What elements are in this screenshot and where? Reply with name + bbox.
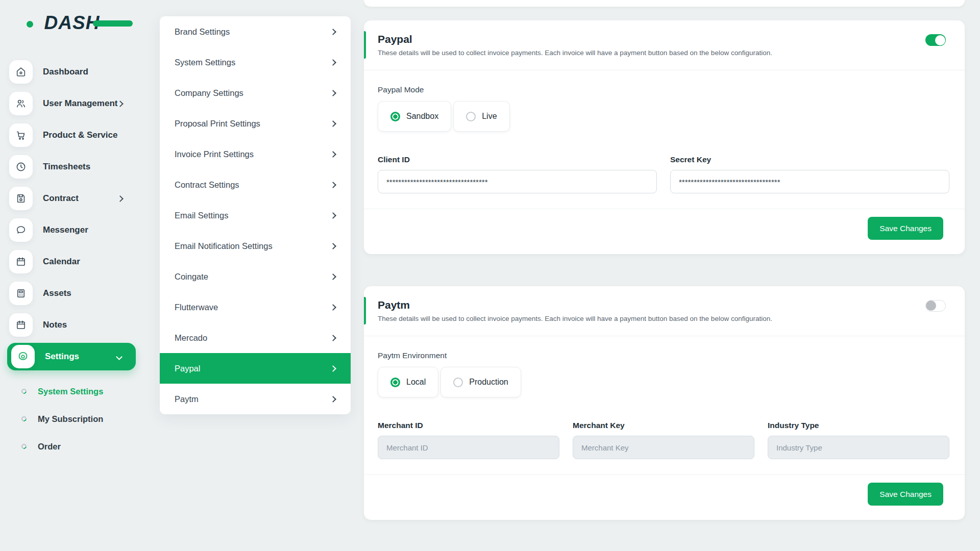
sidebar-item-timesheets[interactable]: Timesheets — [0, 151, 144, 183]
chevron-right-icon — [330, 90, 336, 96]
app-logo: DASH — [29, 12, 115, 34]
client-id-input[interactable] — [378, 170, 657, 193]
paypal-save-button[interactable]: Save Changes — [868, 217, 943, 240]
sidebar-item-assets[interactable]: Assets — [0, 278, 144, 309]
settings-menu-item-system-settings[interactable]: System Settings — [160, 47, 351, 78]
paytm-environment-label: Paytm Environment — [378, 351, 949, 360]
settings-menu-item-paytm[interactable]: Paytm — [160, 384, 351, 414]
paypal-card-header: Paypal These details will be used to col… — [364, 20, 965, 70]
chevron-right-icon — [330, 212, 336, 219]
sidebar-item-contract[interactable]: Contract — [0, 183, 144, 214]
merchant-id-field-group: Merchant ID — [378, 421, 559, 459]
sidebar-subitem-label: Order — [38, 442, 61, 452]
merchant-id-input[interactable] — [378, 436, 559, 459]
secret-key-label: Secret Key — [670, 155, 949, 164]
paytm-env-option-production[interactable]: Production — [440, 367, 521, 397]
paytm-fields: Merchant ID Merchant Key Industry Type — [378, 421, 949, 459]
industry-type-field-group: Industry Type — [768, 421, 949, 459]
chevron-right-icon — [330, 120, 336, 127]
settings-menu-item-coingate[interactable]: Coingate — [160, 261, 351, 292]
sidebar-item-label: Timesheets — [43, 162, 90, 172]
previous-card-bottom-edge — [364, 0, 965, 7]
settings-menu-item-brand-settings[interactable]: Brand Settings — [160, 16, 351, 47]
sidebar-item-settings[interactable]: Settings — [7, 343, 136, 370]
toggle-knob — [935, 35, 945, 45]
settings-menu-item-label: Paypal — [175, 364, 200, 373]
paypal-card-body: Paypal Mode Sandbox Live Client ID Secre… — [364, 70, 965, 193]
chevron-right-icon — [330, 151, 336, 158]
paytm-enabled-toggle[interactable] — [925, 300, 946, 312]
settings-menu-item-company-settings[interactable]: Company Settings — [160, 78, 351, 108]
settings-menu-item-label: Paytm — [175, 394, 199, 404]
logo-text: DASH — [44, 12, 100, 34]
industry-type-input[interactable] — [768, 436, 949, 459]
sidebar-subitem-label: My Subscription — [38, 414, 103, 424]
settings-menu-item-label: Coingate — [175, 272, 208, 282]
settings-menu-item-invoice-print-settings[interactable]: Invoice Print Settings — [160, 139, 351, 169]
secret-key-input[interactable] — [670, 170, 949, 193]
sidebar-subitem-system-settings[interactable]: System Settings — [0, 378, 144, 405]
radio-checked-icon — [390, 112, 400, 121]
sidebar-item-notes[interactable]: Notes — [0, 309, 144, 341]
chevron-right-icon — [330, 365, 336, 372]
logo-dot — [27, 21, 33, 28]
settings-menu-item-email-notification-settings[interactable]: Email Notification Settings — [160, 231, 351, 261]
paypal-mode-option-sandbox[interactable]: Sandbox — [378, 101, 451, 132]
sidebar-item-user-management[interactable]: User Management — [0, 88, 144, 119]
settings-menu-item-label: Brand Settings — [175, 27, 230, 37]
paytm-card-description: These details will be used to collect in… — [378, 315, 946, 322]
gear-icon — [11, 345, 35, 368]
paytm-environment-options: Local Production — [378, 367, 949, 397]
paypal-mode-option-live[interactable]: Live — [453, 101, 509, 132]
settings-menu-item-label: System Settings — [175, 58, 235, 67]
sidebar-subitem-my-subscription[interactable]: My Subscription — [0, 405, 144, 433]
sidebar-item-messenger[interactable]: Messenger — [0, 214, 144, 246]
bullet-icon — [20, 388, 28, 395]
clock-icon — [9, 155, 33, 179]
settings-menu-item-label: Contract Settings — [175, 180, 239, 190]
sidebar-item-label: Notes — [43, 320, 67, 330]
sidebar-subitem-order[interactable]: Order — [0, 433, 144, 460]
users-icon — [9, 92, 33, 115]
paytm-env-option-local[interactable]: Local — [378, 367, 438, 397]
client-id-label: Client ID — [378, 155, 657, 164]
toggle-knob — [926, 300, 936, 311]
chevron-right-icon — [330, 304, 336, 311]
sidebar-item-label: Contract — [43, 193, 79, 204]
bullet-icon — [20, 443, 28, 450]
sidebar-item-label: Product & Service — [43, 130, 117, 140]
radio-unchecked-icon — [466, 112, 476, 121]
paypal-card-footer: Save Changes — [364, 209, 965, 254]
settings-menu-item-paypal[interactable]: Paypal — [160, 353, 351, 384]
chevron-right-icon — [330, 273, 336, 280]
green-accent-bar — [364, 31, 366, 59]
sidebar-item-product-service[interactable]: Product & Service — [0, 119, 144, 151]
settings-menu-item-proposal-print-settings[interactable]: Proposal Print Settings — [160, 108, 351, 139]
settings-menu-item-label: Invoice Print Settings — [175, 149, 254, 159]
settings-menu-item-contract-settings[interactable]: Contract Settings — [160, 169, 351, 200]
paytm-save-button[interactable]: Save Changes — [868, 483, 943, 506]
save-icon — [9, 187, 33, 210]
home-icon — [9, 60, 33, 84]
sidebar-item-dashboard[interactable]: Dashboard — [0, 56, 144, 88]
bullet-icon — [20, 415, 28, 422]
settings-menu-item-email-settings[interactable]: Email Settings — [160, 200, 351, 231]
paytm-card-body: Paytm Environment Local Production Merch… — [364, 336, 965, 459]
merchant-key-label: Merchant Key — [573, 421, 754, 430]
sidebar-item-label: Messenger — [43, 225, 88, 235]
settings-menu-item-mercado[interactable]: Mercado — [160, 322, 351, 353]
chevron-right-icon — [330, 29, 336, 35]
merchant-key-field-group: Merchant Key — [573, 421, 754, 459]
chat-icon — [9, 218, 33, 242]
merchant-key-input[interactable] — [573, 436, 754, 459]
paypal-settings-card: Paypal These details will be used to col… — [364, 20, 965, 254]
green-accent-bar — [364, 297, 366, 324]
sidebar-item-calendar[interactable]: Calendar — [0, 246, 144, 278]
settings-menu-item-flutterwave[interactable]: Flutterwave — [160, 292, 351, 322]
paypal-enabled-toggle[interactable] — [925, 34, 946, 46]
chevron-right-icon — [330, 243, 336, 249]
chevron-right-icon — [117, 195, 124, 202]
merchant-id-label: Merchant ID — [378, 421, 559, 430]
cart-icon — [9, 123, 33, 147]
paypal-mode-options: Sandbox Live — [378, 101, 949, 132]
